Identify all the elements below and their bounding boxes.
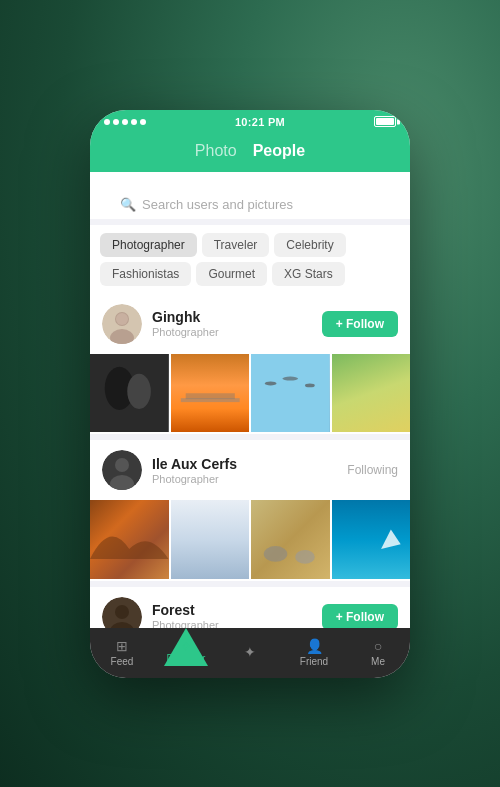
battery-indicator — [374, 116, 396, 127]
battery-fill — [376, 118, 394, 125]
user-name-ginghk: Ginghk — [152, 309, 312, 325]
svg-point-18 — [264, 546, 288, 562]
tab-photo[interactable]: Photo — [195, 142, 237, 160]
svg-point-13 — [305, 383, 315, 387]
tag-traveler[interactable]: Traveler — [202, 233, 270, 257]
user-header-forest: Forest Photographer + Follow — [90, 587, 410, 628]
photo-cell-5[interactable] — [90, 500, 169, 579]
user-name-ile: Ile Aux Cerfs — [152, 456, 337, 472]
user-card-ile: Ile Aux Cerfs Photographer Following — [90, 440, 410, 581]
user-card-ginghk: Ginghk Photographer + Follow — [90, 294, 410, 435]
search-placeholder: Search users and pictures — [142, 197, 380, 212]
status-bar: 10:21 PM — [90, 110, 410, 134]
photo-grid-ginghk — [90, 354, 410, 435]
filter-tags: Photographer Traveler Celebrity Fashioni… — [90, 225, 410, 294]
me-icon: ○ — [374, 638, 382, 654]
tag-xgstars[interactable]: XG Stars — [272, 262, 345, 286]
photo-cell-2[interactable] — [171, 354, 250, 433]
tab-people[interactable]: People — [253, 142, 305, 160]
nav-label-friend: Friend — [300, 656, 328, 667]
tag-gourmet[interactable]: Gourmet — [196, 262, 267, 286]
tag-photographer[interactable]: Photographer — [100, 233, 197, 257]
nav-label-me: Me — [371, 656, 385, 667]
search-bar[interactable]: 🔍 Search users and pictures — [110, 190, 390, 219]
dot-2 — [113, 119, 119, 125]
user-info-forest: Forest Photographer — [152, 602, 312, 628]
discover-icon: ◈ — [182, 640, 190, 651]
user-info-ginghk: Ginghk Photographer — [152, 309, 312, 338]
user-header-ginghk: Ginghk Photographer + Follow — [90, 294, 410, 354]
avatar-forest — [102, 597, 142, 628]
nav-label-feed: Feed — [111, 656, 134, 667]
svg-point-12 — [282, 376, 298, 380]
content-area: Ginghk Photographer + Follow — [90, 294, 410, 628]
svg-point-6 — [127, 373, 151, 408]
avatar-ginghk — [102, 304, 142, 344]
tag-fashionistas[interactable]: Fashionistas — [100, 262, 191, 286]
following-label-ile: Following — [347, 463, 398, 477]
photo-cell-4[interactable] — [332, 354, 411, 433]
user-role-ginghk: Photographer — [152, 326, 312, 338]
user-header-ile: Ile Aux Cerfs Photographer Following — [90, 440, 410, 500]
photo-grid-ile — [90, 500, 410, 581]
nav-discover[interactable]: ◈ Discover — [154, 642, 218, 664]
photo-cell-3[interactable] — [251, 354, 330, 433]
svg-point-11 — [265, 381, 277, 385]
phone-frame: 10:21 PM Photo People 🔍 Search users and… — [90, 110, 410, 678]
svg-point-15 — [115, 458, 129, 472]
user-name-forest: Forest — [152, 602, 312, 618]
nav-feed[interactable]: ⊞ Feed — [90, 638, 154, 667]
user-role-forest: Photographer — [152, 619, 312, 628]
follow-button-forest[interactable]: + Follow — [322, 604, 398, 628]
dot-1 — [104, 119, 110, 125]
photo-cell-1[interactable] — [90, 354, 169, 433]
nav-me[interactable]: ○ Me — [346, 638, 410, 667]
status-time: 10:21 PM — [235, 116, 285, 128]
compass-icon: ✦ — [244, 644, 256, 660]
search-container: 🔍 Search users and pictures — [90, 172, 410, 219]
svg-rect-9 — [185, 393, 234, 399]
dot-5 — [140, 119, 146, 125]
svg-point-21 — [115, 605, 129, 619]
photo-cell-7[interactable] — [251, 500, 330, 579]
nav-compass[interactable]: ✦ — [218, 644, 282, 662]
battery-icon — [374, 116, 396, 127]
dot-3 — [122, 119, 128, 125]
photo-cell-8[interactable] — [332, 500, 411, 579]
svg-rect-17 — [90, 500, 169, 579]
header-tabs: Photo People — [90, 134, 410, 172]
svg-point-19 — [295, 550, 315, 564]
user-role-ile: Photographer — [152, 473, 337, 485]
avatar-ile — [102, 450, 142, 490]
bottom-nav: ⊞ Feed ◈ Discover ✦ 👤 Friend ○ Me — [90, 628, 410, 678]
user-info-ile: Ile Aux Cerfs Photographer — [152, 456, 337, 485]
feed-icon: ⊞ — [116, 638, 128, 654]
nav-friend[interactable]: 👤 Friend — [282, 638, 346, 667]
svg-point-3 — [116, 313, 128, 325]
user-card-forest: Forest Photographer + Follow — [90, 587, 410, 628]
tag-celebrity[interactable]: Celebrity — [274, 233, 345, 257]
search-icon: 🔍 — [120, 197, 136, 212]
dot-4 — [131, 119, 137, 125]
photo-cell-6[interactable] — [171, 500, 250, 579]
follow-button-ginghk[interactable]: + Follow — [322, 311, 398, 337]
svg-rect-10 — [251, 354, 330, 433]
friend-icon: 👤 — [306, 638, 323, 654]
signal-dots — [104, 119, 146, 125]
